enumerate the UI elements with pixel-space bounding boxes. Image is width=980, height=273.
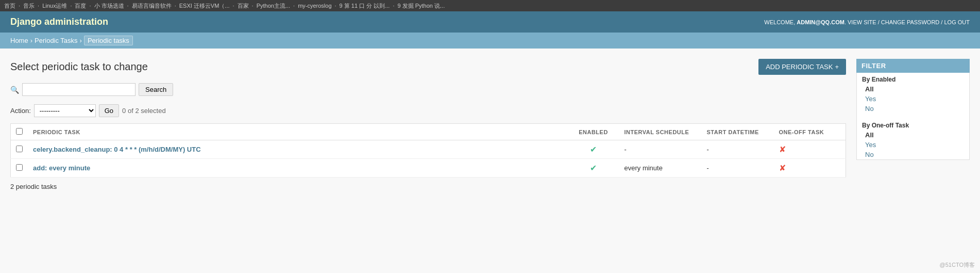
browser-bar: 首页 · 音乐 · Linux运维 · 百度 · 小 市场选道 · 易语言编音软… [0, 0, 980, 11]
filter-link-1-0[interactable]: All [857, 130, 969, 140]
oneoff-false-icon: ✘ [779, 145, 786, 154]
page-title-row: Select periodic task to change ADD PERIO… [10, 59, 846, 75]
action-select[interactable]: --------- [34, 104, 96, 117]
table-row: add: every minute✔every minute-✘ [11, 159, 846, 178]
data-table: PERIODIC TASK ENABLED INTERVAL SCHEDULE … [10, 123, 846, 178]
table-row: celery.backend_cleanup: 0 4 * * * (m/h/d… [11, 140, 846, 159]
add-button-label: ADD PERIODIC TASK [766, 63, 833, 71]
oneoff-cell: ✘ [774, 140, 846, 159]
filter-section-title-0: By Enabled [857, 73, 969, 84]
browser-items: 首页 [4, 2, 15, 10]
start-cell: - [702, 159, 774, 178]
content-wrapper: Select periodic task to change ADD PERIO… [0, 49, 980, 201]
col-header-task[interactable]: PERIODIC TASK [28, 124, 568, 140]
admin-title-link[interactable]: Django administration [10, 17, 108, 27]
enabled-cell: ✔ [568, 140, 619, 159]
enabled-icon: ✔ [590, 164, 597, 172]
search-bar: 🔍 Search [10, 83, 846, 96]
search-input[interactable] [22, 83, 136, 96]
add-periodic-task-button[interactable]: ADD PERIODIC TASK + [758, 59, 846, 75]
filter-link-1-2[interactable]: No [857, 150, 969, 159]
search-icon: 🔍 [10, 86, 19, 94]
browser-sep: · [19, 3, 20, 9]
breadcrumb-current: Periodic tasks [84, 36, 133, 45]
col-header-enabled: ENABLED [568, 124, 619, 140]
welcome-prefix: WELCOME, [764, 19, 795, 25]
task-link[interactable]: celery.backend_cleanup: 0 4 * * * (m/h/d… [33, 146, 201, 153]
username: ADMIN@QQ.COM [797, 19, 844, 25]
page-title: Select periodic task to change [10, 61, 148, 73]
col-header-interval: INTERVAL SCHEDULE [619, 124, 702, 140]
interval-cell: every minute [619, 159, 702, 178]
go-button[interactable]: Go [99, 104, 119, 117]
breadcrumb-sep2: › [80, 37, 82, 44]
breadcrumb-home[interactable]: Home [10, 37, 28, 44]
search-button[interactable]: Search [139, 83, 173, 96]
row-checkbox[interactable] [16, 146, 23, 152]
filter-section-title-1: By One-off Task [857, 119, 969, 130]
user-info: WELCOME, ADMIN@QQ.COM. VIEW SITE / CHANG… [764, 19, 970, 25]
task-link[interactable]: add: every minute [33, 164, 90, 172]
oneoff-false-icon: ✘ [779, 164, 786, 172]
filter-link-0-2[interactable]: No [857, 104, 969, 114]
add-button-icon: + [835, 63, 839, 71]
action-bar: Action: --------- Go 0 of 2 selected [10, 104, 846, 117]
filter-link-0-1[interactable]: Yes [857, 94, 969, 104]
interval-cell: - [619, 140, 702, 159]
breadcrumb-parent[interactable]: Periodic Tasks [35, 37, 78, 44]
view-site-link[interactable]: VIEW SITE [848, 19, 876, 25]
sidebar-filter: FILTER By EnabledAllYesNoBy One-off Task… [856, 59, 970, 190]
filter-section: By EnabledAllYesNoBy One-off TaskAllYesN… [856, 73, 970, 160]
col-header-oneoff: ONE-OFF TASK [774, 124, 846, 140]
filter-link-0-0[interactable]: All [857, 84, 969, 94]
col-header-start: START DATETIME [702, 124, 774, 140]
oneoff-cell: ✘ [774, 159, 846, 178]
breadcrumb: Home › Periodic Tasks › Periodic tasks [0, 33, 980, 49]
select-all-checkbox[interactable] [16, 128, 23, 135]
filter-header: FILTER [856, 59, 970, 73]
filter-link-1-1[interactable]: Yes [857, 140, 969, 150]
change-password-link[interactable]: CHANGE PASSWORD [881, 19, 939, 25]
row-checkbox[interactable] [16, 164, 23, 171]
breadcrumb-sep1: › [30, 37, 32, 44]
enabled-cell: ✔ [568, 159, 619, 178]
start-cell: - [702, 140, 774, 159]
enabled-icon: ✔ [590, 145, 597, 154]
selected-count: 0 of 2 selected [122, 107, 166, 115]
logout-link[interactable]: LOG OUT [944, 19, 970, 25]
table-footer-count: 2 periodic tasks [10, 183, 846, 190]
admin-header: Django administration WELCOME, ADMIN@QQ.… [0, 11, 980, 33]
col-header-checkbox [11, 124, 28, 140]
action-label: Action: [10, 107, 31, 115]
main-content: Select periodic task to change ADD PERIO… [10, 59, 846, 190]
